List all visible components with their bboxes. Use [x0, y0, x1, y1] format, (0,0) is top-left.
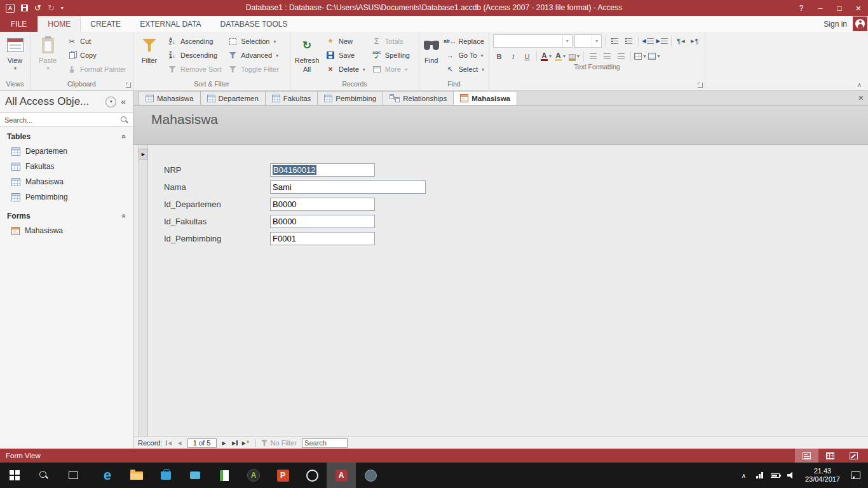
doc-tab-mahasiswa-form[interactable]: Mahasiswa	[454, 91, 517, 105]
format-painter-button[interactable]: Format Painter	[64, 62, 130, 76]
nav-item-fakultas[interactable]: Fakultas	[0, 159, 133, 174]
account-avatar-icon[interactable]	[853, 17, 867, 31]
sign-in-link[interactable]: Sign in	[824, 20, 847, 29]
selection-button[interactable]: Selection ▾	[224, 34, 282, 48]
recorder-taskbar-button[interactable]	[297, 463, 327, 488]
alternate-row-color-icon[interactable]: ▾	[648, 50, 660, 62]
filter-indicator[interactable]: No Filter	[261, 439, 297, 447]
descending-button[interactable]: ZA↓ Descending	[164, 48, 224, 62]
first-record-button[interactable]: ◀	[165, 438, 173, 448]
doc-tab-relationships[interactable]: Relationships	[383, 91, 454, 105]
previous-record-button[interactable]: ◀	[175, 438, 184, 448]
media-player-taskbar-button[interactable]: A	[239, 463, 268, 488]
underline-icon[interactable]: U	[521, 50, 533, 62]
search-icon[interactable]	[120, 116, 128, 124]
collapse-forms-icon[interactable]: »	[119, 214, 128, 218]
design-view-button[interactable]	[842, 449, 865, 463]
minimize-button[interactable]: –	[811, 0, 830, 16]
undo-icon[interactable]: ↺	[34, 0, 41, 16]
help-button[interactable]: ?	[792, 0, 811, 16]
nav-item-mahasiswa-table[interactable]: Mahasiswa	[0, 174, 133, 189]
task-view-button[interactable]	[58, 463, 88, 488]
align-left-icon[interactable]	[587, 50, 599, 62]
doc-tab-pembimbing[interactable]: Pembimbing	[318, 91, 383, 105]
tab-database-tools[interactable]: DATABASE TOOLS	[211, 16, 297, 32]
messaging-taskbar-button[interactable]	[180, 463, 210, 488]
new-record-button[interactable]: * New	[322, 34, 369, 48]
last-record-button[interactable]: ▶	[231, 438, 240, 448]
save-icon[interactable]	[21, 4, 28, 11]
cut-button[interactable]: ✂ Cut	[64, 34, 130, 48]
nav-section-tables[interactable]: Tables »	[0, 129, 133, 144]
field-input-id-departemen[interactable]: B0000	[270, 198, 375, 211]
more-button[interactable]: More ▾	[369, 62, 413, 76]
doc-tab-fakultas[interactable]: Fakultas	[266, 91, 318, 105]
tray-chevron-icon[interactable]: ∧	[736, 463, 752, 488]
text-formatting-dialog-launcher-icon[interactable]	[698, 83, 703, 88]
increase-indent-icon[interactable]: ▶	[656, 35, 668, 47]
remove-sort-button[interactable]: Remove Sort	[164, 62, 224, 76]
background-color-icon[interactable]: ▾	[568, 50, 580, 62]
tab-create[interactable]: CREATE	[81, 16, 130, 32]
nav-item-pembimbing[interactable]: Pembimbing	[0, 189, 133, 205]
powerpoint-taskbar-button[interactable]: P	[268, 463, 297, 488]
font-family-combo[interactable]: ▾	[493, 34, 573, 48]
edge-taskbar-button[interactable]: e	[93, 463, 122, 488]
maximize-button[interactable]: □	[830, 0, 849, 16]
copy-button[interactable]: Copy	[64, 48, 130, 62]
select-button[interactable]: ↖ Select ▾	[442, 62, 487, 76]
customize-qat-icon[interactable]: ▾	[61, 0, 64, 16]
tab-external-data[interactable]: EXTERNAL DATA	[130, 16, 210, 32]
find-button[interactable]: Find	[421, 34, 442, 65]
doc-tab-mahasiswa-table[interactable]: Mahasiswa	[139, 91, 201, 105]
refresh-all-button[interactable]: ↻ Refresh All	[292, 34, 322, 74]
view-button[interactable]: View ▾	[5, 34, 25, 72]
field-input-nama[interactable]: Sami	[270, 180, 426, 194]
taskbar-clock[interactable]: 21.43 23/04/2017	[799, 467, 846, 484]
numbering-icon[interactable]	[623, 35, 635, 47]
access-app-icon[interactable]: A	[6, 4, 15, 13]
collapse-ribbon-icon[interactable]: ∧	[857, 81, 862, 88]
record-position-box[interactable]: 1 of 5	[187, 438, 217, 448]
italic-icon[interactable]: I	[507, 50, 519, 62]
filter-button[interactable]: Filter	[135, 34, 164, 65]
misc-app-taskbar-button[interactable]	[356, 463, 385, 488]
tab-file[interactable]: FILE	[0, 16, 37, 32]
goto-button[interactable]: → Go To ▾	[442, 48, 487, 62]
advanced-button[interactable]: Advanced ▾	[224, 48, 282, 62]
bullets-icon[interactable]	[609, 35, 621, 47]
ltr-paragraph-icon[interactable]: ▶¶	[689, 35, 701, 47]
decrease-indent-icon[interactable]: ◀	[642, 35, 654, 47]
action-center-icon[interactable]	[846, 463, 865, 488]
replace-button[interactable]: ab↔ Replace	[442, 34, 487, 48]
field-input-nrp[interactable]: B04160012	[270, 163, 375, 177]
nav-category-menu-icon[interactable]: ▾	[105, 97, 116, 107]
clipboard-dialog-launcher-icon[interactable]	[126, 83, 131, 88]
next-record-button[interactable]: ▶	[220, 438, 229, 448]
nav-search-input[interactable]: Search...	[0, 112, 133, 127]
align-right-icon[interactable]	[615, 50, 627, 62]
tab-home[interactable]: HOME	[37, 16, 81, 32]
delete-button[interactable]: × Delete ▾	[322, 62, 369, 76]
store-taskbar-button[interactable]	[151, 463, 180, 488]
file-explorer-taskbar-button[interactable]	[122, 463, 151, 488]
totals-button[interactable]: Σ Totals	[369, 34, 413, 48]
datasheet-view-button[interactable]	[818, 449, 842, 463]
nav-section-forms[interactable]: Forms »	[0, 208, 133, 223]
font-color-icon[interactable]: A▾	[540, 50, 552, 62]
save-record-button[interactable]: Save	[322, 48, 369, 62]
shutter-close-icon[interactable]: «	[121, 97, 126, 107]
spelling-button[interactable]: ABC✓ Spelling	[369, 48, 413, 62]
close-button[interactable]: ×	[849, 0, 868, 16]
align-center-icon[interactable]	[601, 50, 613, 62]
access-taskbar-button[interactable]: A	[327, 463, 356, 488]
network-icon[interactable]	[752, 463, 768, 488]
font-size-combo[interactable]: ▾	[574, 34, 602, 48]
battery-icon[interactable]	[768, 463, 783, 488]
ascending-button[interactable]: AZ↓ Ascending	[164, 34, 224, 48]
paste-button[interactable]: Paste ▾	[32, 34, 64, 72]
gridlines-icon[interactable]: ▾	[634, 50, 646, 62]
record-search-input[interactable]: Search	[302, 438, 348, 448]
bold-icon[interactable]: B	[493, 50, 505, 62]
nav-item-departemen[interactable]: Departemen	[0, 144, 133, 159]
